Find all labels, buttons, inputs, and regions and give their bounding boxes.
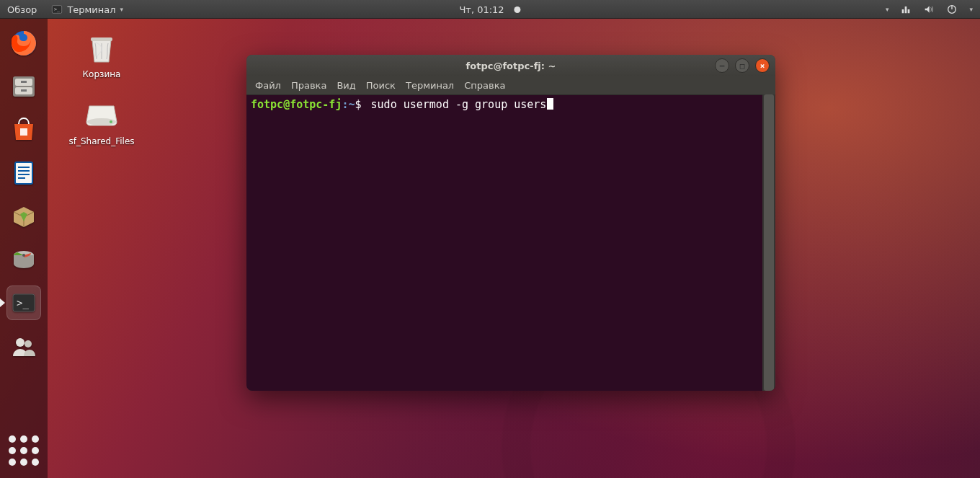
clock-area[interactable]: Чт, 01:12 bbox=[459, 4, 520, 15]
svg-point-22 bbox=[24, 340, 32, 348]
dock-item-users[interactable] bbox=[6, 329, 41, 363]
dock-item-firefox[interactable] bbox=[6, 26, 41, 61]
desktop-icons-area: Корзина sf_Shared_Files bbox=[62, 29, 141, 147]
window-titlebar[interactable]: fotpc@fotpc-fj: ~ – □ × bbox=[246, 55, 775, 76]
app-menu-label: Терминал bbox=[67, 4, 115, 15]
document-icon bbox=[9, 159, 38, 187]
window-title: fotpc@fotpc-fj: ~ bbox=[466, 61, 556, 71]
notification-dot-icon bbox=[514, 6, 521, 13]
svg-point-21 bbox=[16, 338, 24, 347]
desktop-icon-trash[interactable]: Корзина bbox=[62, 29, 141, 80]
system-chevron-icon[interactable]: ▾ bbox=[969, 6, 973, 13]
svg-text:>_: >_ bbox=[17, 297, 29, 309]
dock-item-disks[interactable] bbox=[6, 242, 41, 277]
svg-rect-23 bbox=[91, 37, 112, 41]
terminal-window[interactable]: fotpc@fotpc-fj: ~ – □ × Файл Правка Вид … bbox=[246, 55, 775, 391]
terminal-menubar: Файл Правка Вид Поиск Терминал Справка bbox=[246, 76, 775, 95]
window-minimize-button[interactable]: – bbox=[715, 58, 729, 73]
scrollbar-thumb[interactable] bbox=[764, 94, 774, 391]
clock-label: Чт, 01:12 bbox=[459, 4, 504, 15]
terminal-output[interactable]: fotpc@fotpc-fj:~$ sudo usermod -g group … bbox=[246, 95, 775, 391]
svg-text:>_: >_ bbox=[54, 6, 60, 12]
prompt-end: $ bbox=[355, 98, 362, 111]
dock-item-software[interactable] bbox=[6, 112, 41, 147]
menu-file[interactable]: Файл bbox=[255, 80, 281, 91]
users-icon bbox=[9, 332, 38, 360]
file-cabinet-icon bbox=[9, 72, 38, 101]
external-drive-icon bbox=[82, 96, 121, 135]
svg-rect-10 bbox=[20, 128, 27, 136]
svg-point-18 bbox=[22, 254, 25, 257]
menu-help[interactable]: Справка bbox=[464, 80, 505, 91]
svg-point-25 bbox=[110, 120, 112, 123]
svg-rect-8 bbox=[21, 81, 27, 83]
disk-usage-icon bbox=[9, 245, 38, 274]
minimize-icon: – bbox=[720, 62, 725, 70]
dock-item-archive[interactable] bbox=[6, 199, 41, 234]
dock-item-writer[interactable] bbox=[6, 156, 41, 190]
terminal-scrollbar[interactable] bbox=[762, 94, 775, 391]
package-icon bbox=[9, 202, 38, 231]
dock: >_ bbox=[0, 19, 48, 478]
window-maximize-button[interactable]: □ bbox=[735, 58, 749, 73]
shopping-bag-icon bbox=[9, 115, 38, 144]
window-close-button[interactable]: × bbox=[755, 58, 770, 73]
activities-button[interactable]: Обзор bbox=[0, 0, 44, 19]
dock-item-terminal[interactable]: >_ bbox=[6, 286, 41, 320]
menu-terminal[interactable]: Терминал bbox=[406, 80, 454, 91]
activities-label: Обзор bbox=[7, 4, 37, 15]
menu-view[interactable]: Вид bbox=[337, 80, 355, 91]
top-panel: Обзор >_ Терминал ▾ Чт, 01:12 ▾ ▾ bbox=[0, 0, 980, 19]
menu-edit[interactable]: Правка bbox=[291, 80, 326, 91]
terminal-command: sudo usermod -g group users bbox=[371, 98, 547, 111]
network-icon[interactable] bbox=[900, 4, 912, 15]
prompt-path: ~ bbox=[348, 98, 355, 111]
desktop-icon-label: Корзина bbox=[83, 70, 121, 80]
text-cursor bbox=[547, 98, 553, 110]
power-icon[interactable] bbox=[946, 4, 958, 15]
terminal-icon: >_ bbox=[51, 4, 63, 15]
desktop-icon-shared-folder[interactable]: sf_Shared_Files bbox=[62, 96, 141, 147]
apps-grid-icon bbox=[9, 435, 39, 466]
dock-item-files[interactable] bbox=[6, 69, 41, 104]
trash-icon bbox=[82, 29, 121, 68]
menu-search[interactable]: Поиск bbox=[366, 80, 396, 91]
terminal-icon: >_ bbox=[9, 288, 38, 317]
svg-rect-11 bbox=[15, 162, 32, 184]
firefox-icon bbox=[9, 29, 38, 58]
maximize-icon: □ bbox=[740, 62, 745, 70]
desktop-icon-label: sf_Shared_Files bbox=[68, 137, 134, 147]
prompt-user: fotpc@fotpc-fj bbox=[251, 98, 342, 111]
show-applications-button[interactable] bbox=[6, 433, 41, 468]
svg-rect-9 bbox=[21, 89, 27, 92]
volume-icon[interactable] bbox=[923, 4, 935, 15]
indicator-chevron-icon[interactable]: ▾ bbox=[886, 6, 889, 13]
chevron-down-icon: ▾ bbox=[120, 6, 124, 13]
app-menu[interactable]: >_ Терминал ▾ bbox=[44, 0, 130, 19]
close-icon: × bbox=[760, 62, 765, 70]
